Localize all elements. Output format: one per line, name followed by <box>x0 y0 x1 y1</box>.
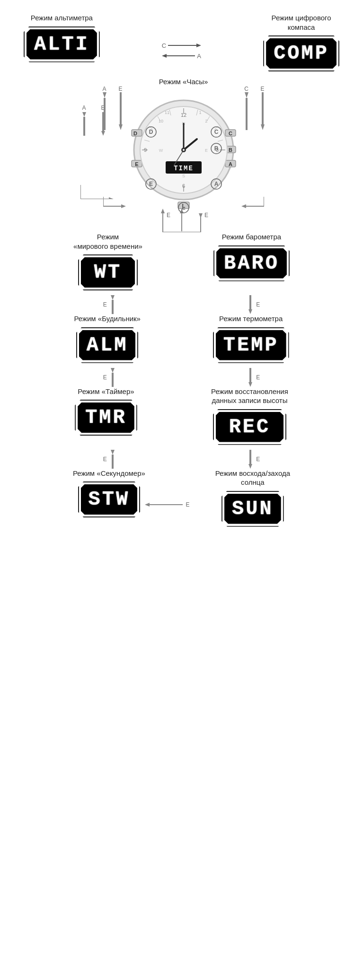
tmr-text: TMR <box>85 406 127 429</box>
alm-e-up-arrow-row: E <box>103 368 116 387</box>
alti-block: Режим альтиметра ALTI <box>24 13 100 62</box>
baro-block: Режим барометра BARO <box>213 232 290 281</box>
baro-label: Режим барометра <box>222 232 281 242</box>
svg-point-60 <box>183 149 185 151</box>
alti-display: ALTI <box>27 29 97 60</box>
stw-display-border: STW <box>78 481 141 517</box>
temp-e-down-arrow-row: E <box>247 368 260 387</box>
svg-marker-99 <box>145 503 150 507</box>
svg-rect-97 <box>249 450 251 464</box>
stw-label: Режим «Секундомер» <box>73 469 145 478</box>
alti-label: Режим альтиметра <box>31 13 93 23</box>
tmr-e-up-arrow <box>109 450 116 469</box>
right-lower-bracket <box>240 197 264 209</box>
svg-rect-93 <box>249 368 251 382</box>
tmr-e-label: E <box>103 456 107 463</box>
svg-rect-74 <box>246 98 248 130</box>
alm-display: ALM <box>79 330 136 360</box>
svg-marker-87 <box>111 295 115 300</box>
wt-block: Режим«мирового времени» WT <box>73 232 142 290</box>
tmr-display-border: TMR <box>75 400 137 436</box>
watch-svg: D C B E A L <box>127 89 240 217</box>
top-a-label: A <box>197 52 201 60</box>
svg-marker-77 <box>241 204 246 208</box>
svg-text:E: E <box>149 181 152 187</box>
side-left-e: E <box>118 86 122 92</box>
baro-e-down-arrow-row: E <box>247 295 260 314</box>
stw-text: STW <box>89 488 130 511</box>
svg-marker-90 <box>248 309 252 314</box>
baro-display-border: BARO <box>213 245 290 281</box>
svg-marker-4 <box>82 112 86 117</box>
svg-text:D: D <box>149 129 153 135</box>
svg-marker-2 <box>162 54 167 58</box>
alm-block: Режим «Будильник» ALM <box>74 314 141 363</box>
baro-text: BARO <box>224 252 279 275</box>
stw-display: STW <box>81 484 138 515</box>
svg-marker-1 <box>196 44 201 47</box>
svg-text:W: W <box>159 148 163 153</box>
svg-rect-88 <box>112 300 114 314</box>
side-left-a: A <box>102 86 106 92</box>
wt-e-up-arrow <box>109 295 116 314</box>
svg-text:10: 10 <box>158 119 163 123</box>
svg-rect-12 <box>104 98 106 130</box>
baro-display: BARO <box>216 248 287 279</box>
svg-text:TIME: TIME <box>174 165 194 172</box>
stw-sun-arrow-row: E <box>145 501 189 508</box>
temp-label: Режим термометра <box>219 314 283 324</box>
wt-e-up-arrow-row: E <box>103 295 116 314</box>
svg-marker-15 <box>121 204 126 208</box>
svg-rect-89 <box>249 295 251 309</box>
sun-text: SUN <box>232 498 274 520</box>
right-c-arrow <box>243 92 250 130</box>
alm-e-label: E <box>103 374 107 381</box>
sun-block: Режим восхода/заходасолнца SUN <box>215 469 290 527</box>
temp-e-label: E <box>256 374 260 381</box>
svg-text:9: 9 <box>144 147 147 153</box>
right-e-arrow <box>259 92 266 130</box>
svg-text:2: 2 <box>205 119 207 123</box>
svg-marker-76 <box>261 124 265 130</box>
svg-text:12: 12 <box>180 112 186 118</box>
stw-block: Режим «Секундомер» STW <box>73 469 145 518</box>
svg-marker-95 <box>111 450 115 455</box>
temp-e-down-arrow <box>247 368 254 387</box>
rec-label: Режим восстановленияданных записи высоты <box>211 387 288 405</box>
rec-e-label: E <box>256 456 260 463</box>
comp-display-border: COMP <box>263 35 339 71</box>
comp-text: COMP <box>274 42 329 65</box>
comp-block: Режим цифровогокомпаса COMP <box>263 13 339 71</box>
svg-text:B: B <box>229 147 232 153</box>
svg-rect-75 <box>262 92 264 124</box>
temp-text: TEMP <box>223 334 279 357</box>
rec-e-down-arrow <box>247 450 254 469</box>
stw-sun-left-arrow <box>145 501 183 508</box>
svg-text:A: A <box>229 161 232 167</box>
svg-text:B: B <box>214 145 218 152</box>
top-left-arrow <box>162 52 195 60</box>
tmr-display: TMR <box>78 402 134 433</box>
top-right-arrow <box>168 42 201 49</box>
alm-label: Режим «Будильник» <box>74 314 141 324</box>
temp-display-border: TEMP <box>213 327 289 363</box>
svg-marker-14 <box>119 124 123 130</box>
svg-text:D: D <box>133 131 137 136</box>
wt-text: WT <box>94 261 122 284</box>
side-right-e: E <box>260 86 264 92</box>
rec-display-border: REC <box>213 409 287 445</box>
rec-block: Режим восстановленияданных записи высоты… <box>211 387 288 445</box>
svg-marker-11 <box>103 92 106 98</box>
baro-e-down-arrow <box>247 295 254 314</box>
svg-text:11: 11 <box>164 110 169 115</box>
svg-text:1: 1 <box>199 110 201 115</box>
svg-rect-13 <box>120 92 122 124</box>
wt-display: WT <box>81 257 135 288</box>
comp-display: COMP <box>266 38 336 69</box>
svg-marker-91 <box>111 368 115 373</box>
alti-display-border: ALTI <box>24 26 100 62</box>
alm-e-up-arrow <box>109 368 116 387</box>
svg-rect-92 <box>112 373 114 387</box>
watch-mode-label: Режим «Часы» <box>159 78 208 86</box>
svg-marker-73 <box>245 92 248 98</box>
